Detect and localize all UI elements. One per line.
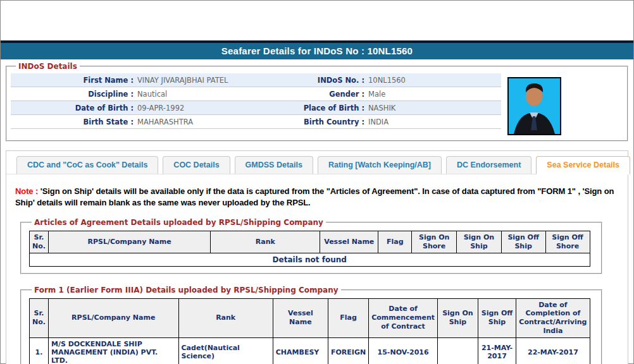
note-body: 'Sign on Ship' details will be available… [15, 186, 614, 207]
birth-state-label: Birth State : [11, 118, 137, 126]
col-rpsl-company-name: RPSL/Company Name [48, 298, 178, 337]
col-rpsl-company-name: RPSL/Company Name [48, 231, 210, 253]
first-name-value: VINAY JIVARAJBHAI PATEL [137, 76, 295, 85]
sea-service-tab-content: Note : 'Sign on Ship' details will be av… [6, 174, 628, 364]
tab-strip: CDC and "CoC as Cook" Details COC Detail… [6, 151, 628, 174]
tab-coc-details[interactable]: COC Details [163, 156, 230, 174]
indos-row: Date of Birth : 09-APR-1992 Place of Bir… [11, 101, 501, 115]
birth-country-value: INDIA [368, 118, 501, 126]
table-row: 1. M/S DOCKENDALE SHIP MANAGEMENT (INDIA… [30, 337, 590, 364]
birth-country-label: Birth Country : [295, 118, 368, 126]
tab-dc-endorsement[interactable]: DC Endorsement [446, 156, 531, 174]
date-of-birth-value: 09-APR-1992 [137, 104, 295, 112]
first-name-label: First Name : [11, 76, 137, 85]
tab-sea-service-details[interactable]: Sea Service Details [536, 156, 630, 174]
page-title: Seafarer Details for INDoS No : 10NL1560 [1, 40, 633, 59]
col-sign-on-shore: Sign On Shore [412, 231, 457, 253]
sign-on-ship-cell [438, 337, 478, 364]
seafarer-photo [507, 77, 561, 135]
place-of-birth-value: NASHIK [368, 104, 501, 112]
col-sign-off-ship: Sign Off Ship [478, 298, 516, 337]
page: Seafarer Details for INDoS No : 10NL1560… [0, 0, 634, 364]
col-flag: Flag [378, 231, 412, 253]
col-date-of-completion: Date of Completion of Contract/Arriving … [516, 298, 590, 337]
tab-gmdss-details[interactable]: GMDSS Details [235, 156, 313, 174]
details-not-found-message: Details not found [30, 253, 590, 266]
col-vessel-name: Vessel Name [320, 231, 378, 253]
col-rank: Rank [178, 298, 273, 337]
articles-of-agreement-fieldset: Articles of Agreement Details uploaded b… [20, 218, 602, 274]
rank-cell: Cadet(Nautical Science) [178, 337, 273, 364]
birth-state-value: MAHARASHTRA [137, 118, 295, 126]
indos-details-legend: INDoS Details [16, 62, 80, 71]
col-sign-off-shore: Sign Off Shore [545, 231, 590, 253]
tab-panel: CDC and "CoC as Cook" Details COC Detail… [6, 150, 628, 364]
sr-no-cell: 1. [30, 337, 49, 364]
company-cell: M/S DOCKENDALE SHIP MANAGEMENT (INDIA) P… [48, 337, 178, 364]
discipline-value: Nautical [137, 90, 295, 99]
form1-table: Sr. No. RPSL/Company Name Rank Vessel Na… [29, 298, 590, 364]
top-whitespace [1, 1, 633, 40]
col-vessel-name: Vessel Name [273, 298, 328, 337]
place-of-birth-label: Place of Birth : [295, 104, 368, 112]
empty-row: Details not found [30, 253, 590, 266]
discipline-label: Discipline : [11, 90, 137, 99]
col-sign-off-ship: Sign Off Ship [501, 231, 545, 253]
col-sign-on-ship: Sign On Ship [438, 298, 478, 337]
form1-header-row: Sr. No. RPSL/Company Name Rank Vessel Na… [30, 298, 590, 337]
form1-fieldset: Form 1 (Earlier Form IIIA) Details uploa… [20, 286, 602, 364]
indos-no-value: 10NL1560 [368, 76, 501, 85]
col-date-of-commencement: Date of Commencement of Contract [369, 298, 438, 337]
gender-value: Male [368, 90, 501, 99]
indos-row: First Name : VINAY JIVARAJBHAI PATEL IND… [11, 73, 501, 87]
vessel-cell: CHAMBESY [273, 337, 328, 364]
indos-details-fieldset: INDoS Details First Name : VINAY JIVARAJ… [6, 62, 628, 142]
col-sr-no: Sr. No. [30, 298, 49, 337]
note-text: Note : 'Sign on Ship' details will be av… [15, 186, 618, 208]
form1-legend: Form 1 (Earlier Form IIIA) Details uploa… [32, 286, 341, 294]
date-of-birth-label: Date of Birth : [11, 104, 137, 112]
col-rank: Rank [211, 231, 320, 253]
col-sign-on-ship: Sign On Ship [457, 231, 502, 253]
gender-label: Gender : [295, 90, 368, 99]
sign-off-ship-cell: 21-MAY-2017 [478, 337, 516, 364]
completion-cell: 22-MAY-2017 [516, 337, 590, 364]
flag-cell: FOREIGN [328, 337, 368, 364]
indos-row: Discipline : Nautical Gender : Male [11, 87, 501, 101]
articles-of-agreement-legend: Articles of Agreement Details uploaded b… [32, 218, 326, 227]
indos-row: Birth State : MAHARASHTRA Birth Country … [11, 115, 501, 129]
indos-no-label: INDoS No. : [295, 76, 368, 85]
commencement-cell: 15-NOV-2016 [369, 337, 438, 364]
tab-rating-watch-keeping-ab[interactable]: Rating [Watch Keeping/AB] [318, 156, 442, 174]
col-sr-no: Sr. No. [30, 231, 49, 253]
tab-cdc-coc-as-cook-details[interactable]: CDC and "CoC as Cook" Details [16, 156, 158, 174]
col-flag: Flag [328, 298, 368, 337]
articles-of-agreement-table: Sr. No. RPSL/Company Name Rank Vessel Na… [29, 231, 590, 267]
note-prefix: Note : [15, 186, 38, 196]
indos-details-table: First Name : VINAY JIVARAJBHAI PATEL IND… [11, 73, 501, 129]
articles-header-row: Sr. No. RPSL/Company Name Rank Vessel Na… [30, 231, 590, 253]
